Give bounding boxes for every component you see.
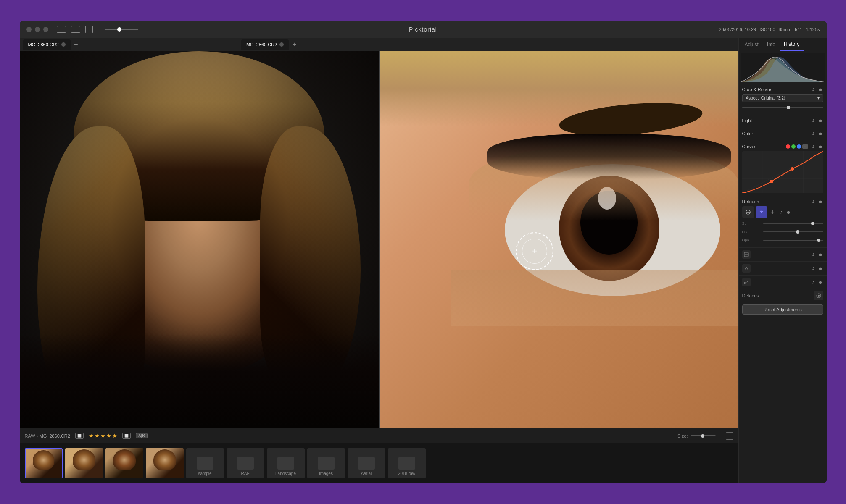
folder-2018raw[interactable]: 2018 raw [388,448,426,478]
curve-blue-dot[interactable] [797,144,801,149]
crop-slider-row [742,104,823,111]
reset-tool1-icon[interactable]: ↺ [810,252,816,257]
reset-light-icon[interactable]: ↺ [810,118,816,123]
app-title: Picktorial [409,26,437,33]
reset-adjustments-button[interactable]: Reset Adjustments [742,304,823,315]
rating-stars[interactable]: ★ ★ ★ ★ ★ [89,433,117,439]
close-button[interactable] [26,27,32,32]
toggle-tool1-icon[interactable]: ⏺ [817,252,823,257]
filmstrip-thumb-4[interactable] [146,448,184,478]
layout-icon-1[interactable] [57,26,66,33]
retouch-cursor: + [516,232,553,270]
filmstrip: sample RAF Landscape Images Aerial [20,443,738,483]
toggle-crop-icon[interactable]: ⏺ [817,87,823,92]
star-5[interactable]: ★ [112,433,117,439]
filmstrip-thumb-2[interactable] [65,448,103,478]
tab-history[interactable]: History [780,38,804,51]
heal-tool[interactable] [742,206,754,218]
strength-row: Str [742,220,823,227]
toggle-tool2-icon[interactable]: ⏺ [817,265,823,271]
size-slider[interactable] [691,435,716,436]
toggle-light-icon[interactable]: ⏺ [817,118,823,123]
folder-landscape[interactable]: Landscape [267,448,305,478]
fullscreen-icon[interactable] [726,432,733,440]
filmstrip-thumb-1[interactable] [25,448,63,478]
svg-point-7 [791,167,794,171]
filmstrip-thumb-3[interactable] [105,448,143,478]
left-image-panel[interactable] [20,51,380,428]
reset-tool3-icon[interactable]: ↺ [810,279,816,285]
retouch-add-icon[interactable]: + [771,208,775,216]
curve-red-dot[interactable] [786,144,790,149]
curves-graph[interactable] [742,151,823,193]
star-3[interactable]: ★ [100,433,105,439]
toggle-tool3-icon[interactable]: ⏺ [817,279,823,285]
reset-curves-icon[interactable]: ↺ [810,144,816,150]
crop-slider[interactable] [742,107,823,108]
opacity-slider[interactable] [763,240,823,241]
toggle-retouch2-icon[interactable]: ⏺ [785,209,791,215]
curve-more-icon[interactable]: ▪▪ [802,144,808,149]
toggle-retouch-icon[interactable]: ⏺ [817,199,823,205]
compare-icon[interactable]: ⬜ [122,433,131,439]
toggle-color-icon[interactable]: ⏺ [817,131,823,136]
tab-adjust[interactable]: Adjust [741,38,763,51]
tool-icon-3[interactable] [742,278,751,286]
curves-section: Curves ▪▪ ↺ ⏺ [739,141,827,196]
tool-icon-2[interactable] [742,264,751,273]
folder-raf[interactable]: RAF [227,448,264,478]
tool-icon-1[interactable] [742,250,751,259]
minimize-button[interactable] [35,27,40,32]
zoom-slider[interactable] [105,29,138,30]
reset-retouch-icon[interactable]: ↺ [810,199,816,205]
size-thumb [701,434,704,438]
svg-point-9 [742,192,743,193]
photo-area: MG_2860.CR2 + MG_2860.CR2 + [20,38,738,483]
aspect-dropdown[interactable]: Aspect: Original (3:2) ▾ [742,94,823,102]
left-tab[interactable]: MG_2860.CR2 [23,39,71,50]
star-2[interactable]: ★ [95,433,100,439]
reset-tool2-icon[interactable]: ↺ [810,265,816,271]
strength-thumb [811,222,814,225]
maximize-button[interactable] [43,27,48,32]
star-4[interactable]: ★ [106,433,111,439]
tool-icons-right2: ↺ ⏺ [810,265,823,271]
opacity-thumb [817,239,820,242]
histogram [741,53,825,82]
ab-toggle[interactable]: A|B [136,433,148,438]
crop-thumb [787,106,790,109]
layout-icon-2[interactable] [71,26,80,33]
right-tab-close[interactable] [279,42,284,47]
folder-images[interactable]: Images [307,448,345,478]
feather-row: Fea [742,228,823,236]
defocus-icon[interactable] [814,291,823,300]
toggle-curves-icon[interactable]: ⏺ [817,144,823,150]
clone-tool[interactable] [756,206,767,218]
crop-rotate-section: Crop & Rotate ↺ ⏺ Aspect: Original (3:2)… [739,84,827,115]
breadcrumb: RAW › MG_2860.CR2 [25,433,70,438]
toolbar-icons [57,26,138,33]
feather-thumb [796,230,799,234]
reset-retouch2-icon[interactable]: ↺ [778,209,784,215]
tab-info[interactable]: Info [763,38,780,51]
bottom-bar: RAW › MG_2860.CR2 ⬜ ★ ★ ★ ★ ★ ⬜ [20,428,738,443]
color-section: Color ↺ ⏺ [739,128,827,141]
reset-crop-icon[interactable]: ↺ [810,87,816,92]
reset-color-icon[interactable]: ↺ [810,131,816,136]
feather-slider[interactable] [763,231,823,232]
share-icon[interactable] [85,26,93,33]
right-image-panel[interactable]: + [380,51,738,428]
curve-green-dot[interactable] [791,144,796,149]
right-tab[interactable]: MG_2860.CR2 [241,39,289,50]
strength-slider[interactable] [763,223,823,224]
folder-aerial[interactable]: Aerial [348,448,385,478]
add-tab-button[interactable]: + [72,41,80,48]
folder-sample[interactable]: sample [186,448,224,478]
add-right-tab-button[interactable]: + [290,41,298,48]
svg-point-8 [822,151,823,152]
left-tab-close[interactable] [61,42,66,47]
star-1[interactable]: ★ [89,433,94,439]
left-portrait [20,51,379,428]
photo-icon[interactable]: ⬜ [75,433,84,439]
svg-point-18 [818,295,820,297]
